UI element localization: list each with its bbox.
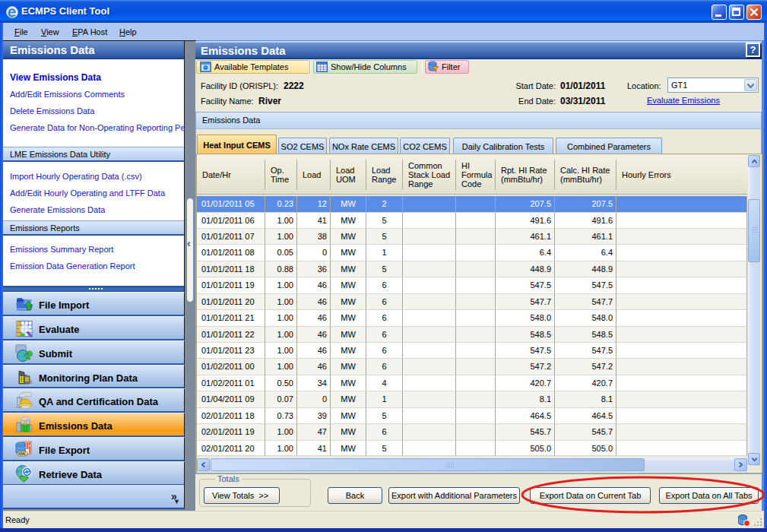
svg-text:XML: XML [18, 451, 27, 456]
